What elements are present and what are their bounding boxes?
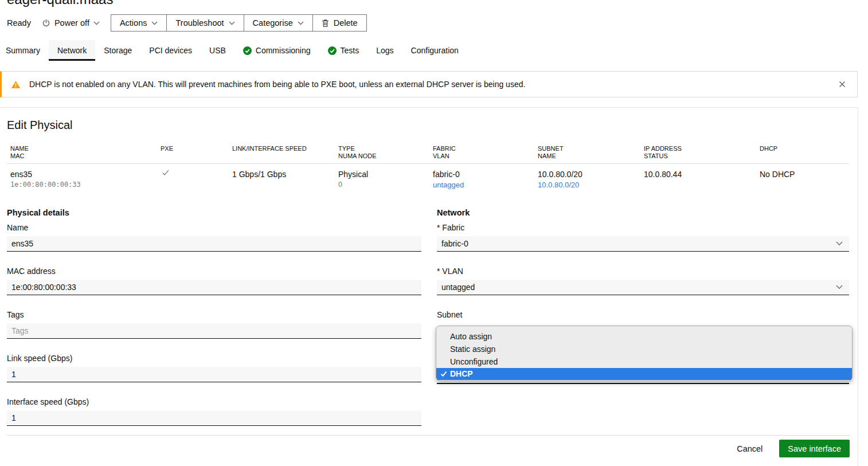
dropdown-option-auto-assign[interactable]: Auto assign [436,330,852,343]
machine-status: Ready [7,18,31,28]
delete-button-label: Delete [334,18,358,28]
header-mac: MAC [10,152,157,160]
header-subnet-name: NAME [538,152,640,160]
trash-icon [322,19,329,28]
mac-address-label: MAC address [7,267,421,276]
panel-title: Edit Physical [7,119,849,132]
check-circle-icon [243,46,252,55]
vlan-label: * VLAN [437,267,849,276]
chevron-down-icon [151,21,158,25]
header-link-speed: LINK/INTERFACE SPEED [232,145,335,152]
vlan-select-value: untagged [441,283,475,292]
tab-storage[interactable]: Storage [95,40,140,61]
page-title: eager-quail.maas [7,0,113,7]
delete-button[interactable]: Delete [312,15,366,31]
machine-tabs: Summary Network Storage PCI devices USB … [0,40,868,61]
tab-label: PCI devices [149,46,192,55]
cell-subnet: 10.0.80.0/20 [538,170,640,179]
tab-label: Network [57,46,87,55]
tab-label: Tests [341,46,359,55]
troubleshoot-button-label: Troubleshoot [175,18,224,28]
dropdown-option-dhcp[interactable]: DHCP [436,368,852,380]
network-heading: Network [437,208,849,218]
tab-label: Summary [6,46,40,55]
tab-logs[interactable]: Logs [367,40,402,61]
cell-mac-address: 1e:00:80:00:00:33 [10,181,157,189]
tags-label: Tags [7,310,421,319]
dropdown-option-unconfigured[interactable]: Unconfigured [436,355,852,368]
pxe-check-icon [162,170,229,176]
categorise-button-label: Categorise [253,18,293,28]
power-off-button[interactable]: Power off [42,18,100,28]
interface-speed-label: Interface speed (Gbps) [7,397,421,406]
subnet-select-underline [437,383,849,384]
troubleshoot-button[interactable]: Troubleshoot [166,15,243,31]
form-footer: Cancel Save interface [7,435,850,457]
header-name: NAME [10,145,157,152]
fabric-select[interactable]: fabric-0 [437,236,849,252]
cell-interface-name: ens35 [10,170,157,179]
tags-input[interactable] [7,323,421,339]
tab-summary[interactable]: Summary [0,40,49,61]
tab-label: Commissioning [256,46,311,55]
subnet-dropdown-menu: Auto assign Static assign Unconfigured D… [436,326,853,381]
tab-label: Configuration [411,46,459,55]
table-row: ens35 1e:00:80:00:00:33 1 Gbps/1 Gbps Ph… [7,164,849,189]
link-speed-label: Link speed (Gbps) [7,354,421,363]
tab-usb[interactable]: USB [201,40,234,61]
subnet-link[interactable]: 10.0.80.0/20 [538,181,579,189]
chevron-down-icon [836,241,843,246]
header-type: TYPE [338,145,429,152]
power-button-label: Power off [54,18,89,28]
physical-details-heading: Physical details [7,208,421,218]
chevron-down-icon [836,285,843,289]
tab-tests[interactable]: Tests [319,40,368,61]
tab-label: Storage [104,46,132,55]
cell-dhcp: No DHCP [760,170,849,179]
power-icon [42,19,50,28]
check-icon [440,371,447,377]
warning-icon [11,80,21,89]
actions-button[interactable]: Actions [111,15,167,31]
header-vlan: VLAN [433,152,534,160]
mac-address-input[interactable] [7,280,421,295]
banner-close-button[interactable] [836,79,848,90]
warning-banner: DHCP is not enabled on any VLAN. This wi… [0,71,858,97]
categorise-button[interactable]: Categorise [244,15,312,31]
cancel-button[interactable]: Cancel [737,444,763,453]
chevron-down-icon [229,21,235,25]
close-icon [839,81,846,88]
save-interface-button[interactable]: Save interface [779,440,850,457]
header-ip: IP ADDRESS [644,145,756,152]
name-input[interactable] [7,236,421,252]
tab-label: USB [209,46,226,55]
header-dhcp: DHCP [760,145,849,152]
interface-speed-input[interactable] [7,410,421,426]
chevron-down-icon [93,21,100,25]
tab-configuration[interactable]: Configuration [402,40,467,61]
subnet-label: Subnet [437,310,849,319]
name-label: Name [7,223,421,232]
cell-link-speed: 1 Gbps/1 Gbps [232,170,335,179]
link-speed-input[interactable] [7,367,421,382]
actions-button-label: Actions [120,18,147,28]
network-section: Network * Fabric fabric-0 * VLAN untagge… [437,208,849,426]
dropdown-option-static-assign[interactable]: Static assign [436,343,852,355]
interface-table-header: NAMEMAC PXE LINK/INTERFACE SPEED TYPENUM… [7,145,849,164]
header-subnet: SUBNET [538,145,640,152]
tab-label: Logs [376,46,393,55]
physical-details-section: Physical details Name MAC address Tags L… [7,208,421,426]
chevron-down-icon [298,21,304,25]
header-numa: NUMA NODE [338,152,429,160]
machine-action-bar: Ready Power off Actions Troubleshoot Cat… [7,14,367,32]
cell-fabric: fabric-0 [433,170,534,179]
tab-pci-devices[interactable]: PCI devices [140,40,201,61]
cell-numa-node: 0 [338,181,429,189]
cell-ip-address: 10.0.80.44 [644,170,756,179]
cell-type: Physical [338,170,429,179]
dropdown-option-label: DHCP [450,369,473,378]
tab-network[interactable]: Network [49,40,95,61]
tab-commissioning[interactable]: Commissioning [234,40,319,61]
vlan-select[interactable]: untagged [437,280,849,295]
vlan-link[interactable]: untagged [433,181,464,189]
